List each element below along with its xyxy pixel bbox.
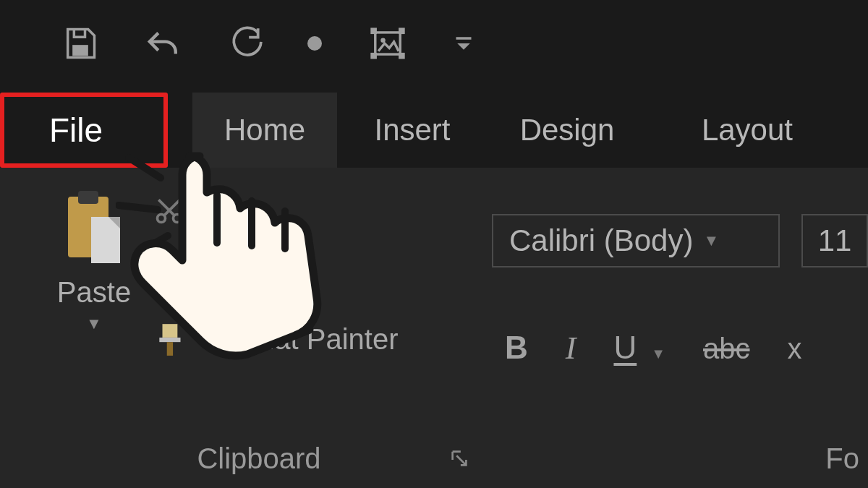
tab-home[interactable]: Home (192, 93, 337, 168)
copy-button[interactable]: Copy (153, 256, 265, 288)
chevron-down-icon: ▼ (703, 231, 719, 250)
paste-button[interactable]: Paste ▼ (48, 188, 140, 333)
svg-point-14 (174, 214, 182, 222)
paste-icon (62, 188, 126, 269)
format-painter-button[interactable]: Format Painter (153, 321, 399, 357)
paste-dropdown-icon[interactable]: ▼ (86, 314, 102, 333)
svg-rect-8 (456, 37, 472, 40)
font-group-label: Fo (492, 442, 868, 475)
group-font: Calibri (Body) ▼ 11 B I U ▼ abc x Fo (492, 168, 868, 488)
tab-file[interactable]: File (0, 93, 168, 168)
subscript-button[interactable]: x (788, 333, 802, 365)
customize-qat-icon[interactable] (454, 33, 474, 53)
clipboard-group-label: Clipboard (35, 442, 483, 475)
font-style-buttons: B I U ▼ abc x (505, 330, 802, 367)
svg-rect-6 (399, 53, 405, 59)
tab-design[interactable]: Design (488, 93, 647, 168)
clipboard-dialog-launcher[interactable] (448, 448, 470, 472)
touch-mode-icon[interactable] (307, 36, 322, 51)
strikethrough-button[interactable]: abc (703, 333, 750, 365)
font-size-value: 11 (818, 223, 852, 258)
font-name-dropdown[interactable]: Calibri (Body) ▼ (492, 214, 780, 267)
svg-rect-5 (370, 53, 377, 59)
italic-button[interactable]: I (566, 330, 576, 367)
quick-access-toolbar (0, 0, 868, 87)
svg-rect-0 (72, 45, 88, 56)
cut-label: Cut (198, 194, 243, 226)
group-clipboard: Paste ▼ Cut Copy (35, 168, 483, 488)
copy-label: Copy (198, 256, 265, 288)
font-name-value: Calibri (Body) (509, 223, 693, 258)
underline-button[interactable]: U (613, 330, 637, 366)
underline-dropdown-icon[interactable]: ▼ (651, 346, 665, 362)
object-select-icon[interactable] (365, 23, 410, 64)
copy-icon (153, 257, 185, 288)
svg-point-1 (307, 36, 322, 51)
tab-insert[interactable]: Insert (337, 93, 488, 168)
paste-label: Paste (57, 276, 131, 309)
svg-rect-18 (159, 338, 180, 342)
ribbon-tabs: File Home Insert Design Layout (0, 93, 868, 168)
ribbon-home: Paste ▼ Cut Copy (0, 168, 868, 488)
scissors-icon (153, 194, 185, 226)
svg-rect-16 (164, 267, 182, 287)
svg-point-13 (158, 214, 166, 222)
format-painter-label: Format Painter (207, 323, 399, 356)
redo-icon[interactable] (228, 25, 264, 61)
save-icon[interactable] (61, 25, 99, 62)
font-size-dropdown[interactable]: 11 (801, 214, 868, 267)
undo-icon[interactable] (142, 26, 184, 61)
format-painter-icon (153, 321, 190, 357)
svg-rect-17 (163, 324, 178, 338)
svg-rect-4 (399, 27, 405, 34)
svg-rect-19 (167, 342, 173, 356)
word-ribbon-screenshot: File Home Insert Design Layout Paste ▼ (0, 0, 868, 488)
bold-button[interactable]: B (505, 330, 528, 366)
svg-rect-10 (78, 191, 98, 204)
tab-layout[interactable]: Layout (647, 93, 793, 168)
svg-rect-3 (370, 27, 377, 34)
cut-button[interactable]: Cut (153, 194, 243, 226)
